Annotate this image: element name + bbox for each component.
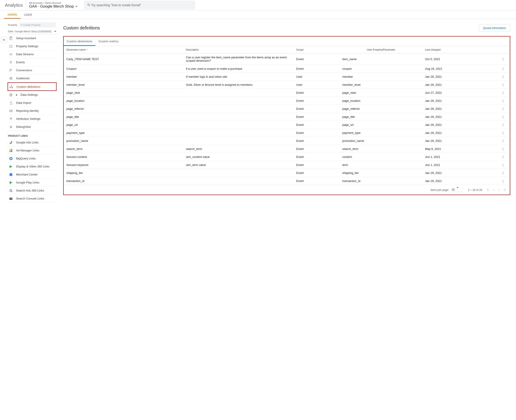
- custom-icon: [9, 85, 14, 88]
- row-actions-button[interactable]: ⋮: [496, 73, 510, 81]
- sidebar-item-data-streams[interactable]: Data Streams: [7, 50, 57, 58]
- svg-point-1: [10, 77, 11, 78]
- sidebar-item-property-settings[interactable]: Property Settings: [7, 42, 57, 50]
- cell-last-changed: Jun 27, 2022: [422, 89, 496, 97]
- upload-icon: [8, 101, 13, 105]
- tab-custom-dimensions[interactable]: Custom dimensions: [64, 37, 95, 46]
- sidebar-item-label: Custom definitions: [16, 85, 40, 88]
- svg-rect-12: [11, 150, 12, 152]
- property-select[interactable]: GA4 - Google Merch Shop (213025502): [7, 29, 57, 34]
- chevron-down-icon: [75, 6, 77, 7]
- plus-icon: +: [21, 23, 22, 27]
- row-actions-button[interactable]: ⋮: [496, 169, 510, 177]
- sidebar-item-label: DebugView: [16, 125, 31, 128]
- svg-rect-9: [10, 149, 11, 150]
- sidebar-item-search-console-links[interactable]: Search Console Links: [7, 195, 57, 203]
- cell-description: [183, 169, 294, 177]
- row-actions-button[interactable]: ⋮: [496, 153, 510, 161]
- sidebar-item-search-ads-360-links[interactable]: Search Ads 360 Links: [7, 187, 57, 195]
- cell-scope: User: [293, 73, 339, 81]
- sidebar-item-data-import[interactable]: Data Import: [7, 99, 57, 107]
- svg-point-6: [10, 126, 11, 128]
- row-actions-button[interactable]: ⋮: [496, 105, 510, 113]
- cell-scope: Event: [293, 177, 339, 185]
- sidebar-item-events[interactable]: Events: [7, 58, 57, 66]
- cell-last-changed: Oct 5, 2022: [422, 53, 496, 65]
- sidebar-item-reporting-identity[interactable]: Reporting Identity: [7, 107, 57, 115]
- column-header-name[interactable]: Dimension name↑: [64, 46, 183, 53]
- row-actions-button[interactable]: ⋮: [496, 137, 510, 145]
- sidebar-item-merchant-center[interactable]: Merchant Center: [7, 171, 57, 179]
- cell-parameter: page_location: [340, 97, 422, 105]
- cell-name: search_term: [64, 145, 183, 153]
- cell-parameter: item_name: [340, 53, 422, 65]
- row-actions-button[interactable]: ⋮: [496, 89, 510, 97]
- sidebar-item-debugview[interactable]: DebugView: [7, 123, 57, 131]
- search-bar[interactable]: [84, 1, 195, 10]
- search-input[interactable]: [91, 3, 192, 7]
- sidebar-item-label: Google Play Links: [16, 181, 39, 184]
- cell-description: if a user used a coupon to make a purcha…: [183, 65, 294, 73]
- sidebar-item-audiences[interactable]: Audiences: [7, 74, 57, 82]
- row-actions-button[interactable]: ⋮: [496, 121, 510, 129]
- column-header-scope[interactable]: Scope: [293, 46, 339, 53]
- sidebar-item-data-settings[interactable]: ▸Data Settings: [7, 91, 57, 99]
- account-picker[interactable]: All accounts > Demo Account GA4 - Google…: [29, 1, 77, 9]
- row-actions-button[interactable]: ⋮: [496, 97, 510, 105]
- cell-name: page_click: [64, 89, 183, 97]
- brand-logo-text: Analytics: [2, 0, 26, 10]
- column-header-last-changed[interactable]: Last changed: [422, 46, 496, 53]
- cell-description: utm_term value: [183, 161, 294, 169]
- rect-icon: [8, 45, 13, 48]
- cell-scope: Event: [293, 97, 339, 105]
- sidebar-item-setup-assistant[interactable]: Setup Assistant: [7, 34, 57, 42]
- svg-rect-4: [10, 110, 12, 112]
- sidebar-item-bigquery-links[interactable]: BigQuery Links: [7, 155, 57, 163]
- column-header-parameter[interactable]: User Property/Parameter: [340, 46, 422, 53]
- back-button[interactable]: [1, 37, 7, 43]
- page-next-button[interactable]: ›: [498, 188, 500, 192]
- items-per-page-select[interactable]: 25: [451, 188, 463, 192]
- table-row: promotion_nameEventpromotion_nameJan 29,…: [64, 137, 510, 145]
- row-actions-button[interactable]: ⋮: [496, 53, 510, 65]
- tab-admin[interactable]: ADMIN: [4, 13, 21, 19]
- sidebar-item-google-play-links[interactable]: Google Play Links: [7, 179, 57, 187]
- svg-point-2: [11, 77, 12, 78]
- tab-user[interactable]: USER: [21, 13, 36, 19]
- sidebar-item-custom-definitions[interactable]: Custom definitions: [7, 82, 57, 91]
- cell-name: shipping_tier: [64, 169, 183, 177]
- tab-custom-metrics[interactable]: Custom metrics: [95, 37, 122, 46]
- pagination-range: 1 – 16 of 16: [468, 188, 482, 192]
- sidebar-item-ad-manager-links[interactable]: Ad Manager Links: [7, 147, 57, 155]
- column-header-description[interactable]: Description: [183, 46, 294, 53]
- page-last-button[interactable]: ›I: [503, 188, 506, 192]
- cell-scope: Event: [293, 145, 339, 153]
- sidebar-item-display-video-360-links[interactable]: Display & Video 360 Links: [7, 163, 57, 171]
- table-row: shipping_tierEventshipping_tierJan 29, 2…: [64, 169, 510, 177]
- cell-last-changed: Jan 29, 2021: [422, 81, 496, 89]
- sidebar-item-attribution-settings[interactable]: Attribution Settings: [7, 115, 57, 123]
- row-actions-button[interactable]: ⋮: [496, 145, 510, 153]
- row-actions-button[interactable]: ⋮: [496, 177, 510, 185]
- cell-parameter: page_referrer: [340, 105, 422, 113]
- quota-information-button[interactable]: Quota information: [479, 24, 510, 32]
- table-row: Couponif a user used a coupon to make a …: [64, 65, 510, 73]
- row-actions-button[interactable]: ⋮: [496, 113, 510, 121]
- cell-last-changed: May 6, 2021: [422, 145, 496, 153]
- row-actions-button[interactable]: ⋮: [496, 161, 510, 169]
- row-actions-button[interactable]: ⋮: [496, 81, 510, 89]
- page-prev-button[interactable]: ‹: [493, 188, 494, 192]
- cell-description: [183, 113, 294, 121]
- page-first-button[interactable]: I‹: [487, 188, 489, 192]
- sidebar-item-label: Data Import: [16, 101, 31, 105]
- cell-scope: Event: [293, 129, 339, 137]
- custom-dimensions-table: Dimension name↑ Description Scope User P…: [64, 46, 510, 185]
- event-icon: [8, 60, 13, 64]
- sidebar-item-label: Display & Video 360 Links: [16, 165, 50, 168]
- sidebar-item-google-ads-links[interactable]: Google Ads Links: [7, 139, 57, 147]
- svg-rect-8: [10, 141, 13, 144]
- row-actions-button[interactable]: ⋮: [496, 65, 510, 73]
- sidebar-item-conversions[interactable]: Conversions: [7, 66, 57, 74]
- row-actions-button[interactable]: ⋮: [496, 129, 510, 137]
- sidebar-item-label: Ad Manager Links: [16, 149, 39, 152]
